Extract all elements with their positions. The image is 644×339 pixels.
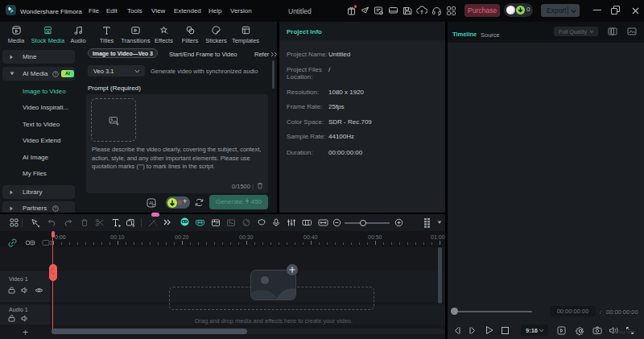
svg-text:?: ?	[55, 72, 57, 76]
svg-text:?: ?	[55, 206, 57, 211]
